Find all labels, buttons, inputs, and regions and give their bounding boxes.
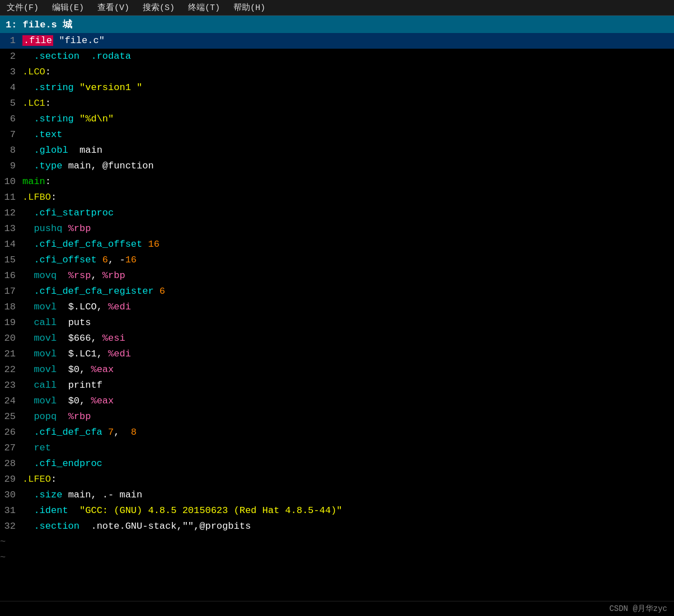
menu-bar: 文件(F) 编辑(E) 查看(V) 搜索(S) 终端(T) 帮助(H): [0, 0, 674, 16]
line-content: .cfi_endproc: [22, 456, 674, 472]
code-line: 9 .type main, @function: [0, 158, 674, 174]
line-number: 4: [0, 80, 22, 96]
line-number: 19: [0, 315, 22, 331]
line-number: 21: [0, 346, 22, 362]
code-line: 23 call printf: [0, 378, 674, 393]
line-number: 10: [0, 174, 22, 190]
menu-terminal[interactable]: 终端(T): [186, 1, 222, 14]
code-line: 4 .string "version1 ": [0, 80, 674, 96]
line-content: .globl main: [22, 143, 674, 158]
line-number: 5: [0, 96, 22, 111]
code-line: 28 .cfi_endproc: [0, 456, 674, 472]
line-number: 30: [0, 487, 22, 503]
code-line: 10main:: [0, 174, 674, 190]
line-content: call puts: [22, 315, 674, 331]
watermark: CSDN @月华zyc: [609, 604, 667, 613]
line-content: ret: [22, 440, 674, 456]
tilde-line: ~: [0, 550, 674, 566]
line-number: 24: [0, 393, 22, 409]
line-content: .string "version1 ": [22, 80, 674, 96]
line-content: .LCO:: [22, 64, 674, 80]
menu-search[interactable]: 搜索(S): [141, 1, 177, 14]
line-content: movl $.LCO, %edi: [22, 299, 674, 315]
code-line: 8 .globl main: [0, 143, 674, 158]
line-number: 31: [0, 503, 22, 519]
tilde-line: ~: [0, 534, 674, 550]
line-number: 27: [0, 440, 22, 456]
code-line: 11.LFBO:: [0, 190, 674, 205]
line-number: 20: [0, 331, 22, 346]
code-line: 25 popq %rbp: [0, 409, 674, 425]
line-number: 25: [0, 409, 22, 425]
line-number: 17: [0, 284, 22, 299]
code-line: 2 .section .rodata: [0, 49, 674, 64]
line-number: 6: [0, 111, 22, 127]
line-content: movl $0, %eax: [22, 362, 674, 378]
line-number: 1: [0, 33, 22, 49]
line-number: 13: [0, 221, 22, 237]
code-line: 21 movl $.LC1, %edi: [0, 346, 674, 362]
menu-help[interactable]: 帮助(H): [231, 1, 268, 14]
code-line: 15 .cfi_offset 6, -16: [0, 252, 674, 268]
code-line: 29.LFEO:: [0, 472, 674, 487]
line-number: 26: [0, 425, 22, 440]
line-content: movq %rsp, %rbp: [22, 268, 674, 284]
code-line: 20 movl $666, %esi: [0, 331, 674, 346]
line-content: call printf: [22, 378, 674, 393]
line-number: 18: [0, 299, 22, 315]
line-number: 9: [0, 158, 22, 174]
line-content: .size main, .- main: [22, 487, 674, 503]
line-content: .file "file.c": [22, 33, 674, 49]
bottom-bar: CSDN @月华zyc: [0, 601, 674, 616]
title-bar: 1: file.s 城: [0, 16, 674, 33]
code-line: 5.LC1:: [0, 96, 674, 111]
line-number: 14: [0, 237, 22, 252]
code-line: 16 movq %rsp, %rbp: [0, 268, 674, 284]
code-line: 14 .cfi_def_cfa_offset 16: [0, 237, 674, 252]
line-content: .LFBO:: [22, 190, 674, 205]
line-number: 32: [0, 519, 22, 534]
code-line: 3.LCO:: [0, 64, 674, 80]
line-number: 22: [0, 362, 22, 378]
line-content: .text: [22, 127, 674, 143]
code-line: 30 .size main, .- main: [0, 487, 674, 503]
code-line: 13 pushq %rbp: [0, 221, 674, 237]
line-number: 16: [0, 268, 22, 284]
line-content: .section .note.GNU-stack,"",@progbits: [22, 519, 674, 534]
line-content: .type main, @function: [22, 158, 674, 174]
code-line: 27 ret: [0, 440, 674, 456]
line-content: .cfi_offset 6, -16: [22, 252, 674, 268]
editor: 1.file "file.c"2 .section .rodata3.LCO:4…: [0, 33, 674, 601]
line-number: 28: [0, 456, 22, 472]
line-content: movl $666, %esi: [22, 331, 674, 346]
code-line: 22 movl $0, %eax: [0, 362, 674, 378]
menu-view[interactable]: 查看(V): [95, 1, 132, 14]
line-content: pushq %rbp: [22, 221, 674, 237]
code-line: 18 movl $.LCO, %edi: [0, 299, 674, 315]
line-content: .cfi_startproc: [22, 205, 674, 221]
code-line: 19 call puts: [0, 315, 674, 331]
code-line: 6 .string "%d\n": [0, 111, 674, 127]
line-number: 15: [0, 252, 22, 268]
menu-file[interactable]: 文件(F): [4, 1, 41, 14]
code-line: 17 .cfi_def_cfa_register 6: [0, 284, 674, 299]
code-line: 32 .section .note.GNU-stack,"",@progbits: [0, 519, 674, 534]
line-content: .string "%d\n": [22, 111, 674, 127]
line-content: .LFEO:: [22, 472, 674, 487]
menu-edit[interactable]: 编辑(E): [50, 1, 86, 14]
line-content: movl $0, %eax: [22, 393, 674, 409]
line-content: .section .rodata: [22, 49, 674, 64]
line-number: 12: [0, 205, 22, 221]
code-line: 7 .text: [0, 127, 674, 143]
line-content: main:: [22, 174, 674, 190]
line-content: .cfi_def_cfa_offset 16: [22, 237, 674, 252]
code-line: 24 movl $0, %eax: [0, 393, 674, 409]
line-number: 2: [0, 49, 22, 64]
line-number: 7: [0, 127, 22, 143]
line-number: 8: [0, 143, 22, 158]
line-number: 23: [0, 378, 22, 393]
line-number: 29: [0, 472, 22, 487]
line-number: 11: [0, 190, 22, 205]
line-content: .cfi_def_cfa_register 6: [22, 284, 674, 299]
code-line: 12 .cfi_startproc: [0, 205, 674, 221]
